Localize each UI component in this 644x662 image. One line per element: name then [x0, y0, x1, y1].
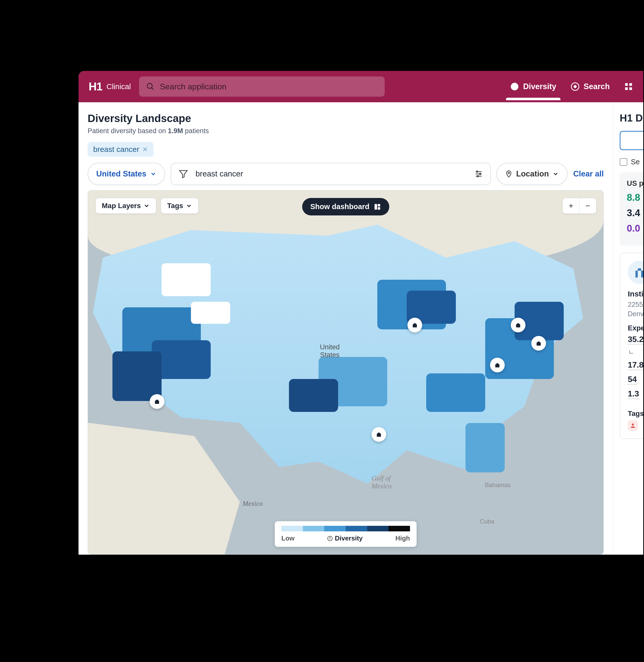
show-dashboard-button[interactable]: Show dashboard — [302, 198, 389, 215]
stat-value-3: 0.0 — [627, 223, 643, 234]
legend-gradient — [281, 526, 410, 531]
svg-point-22 — [632, 424, 634, 426]
institution-icon — [628, 261, 643, 284]
chevron-down-icon — [552, 171, 559, 177]
institution-addr-1: 2255 — [628, 301, 643, 309]
map-tags-button[interactable]: Tags — [161, 198, 199, 214]
legend-center: Diversity — [335, 535, 363, 542]
svg-rect-18 — [377, 207, 380, 210]
sliders-icon[interactable] — [474, 169, 483, 179]
branch-row — [628, 349, 643, 356]
clear-all-button[interactable]: Clear all — [573, 169, 604, 179]
person-icon — [630, 423, 636, 429]
stats-card-title: US p — [627, 179, 643, 188]
svg-point-13 — [479, 173, 481, 175]
stat-value-1: 8.8 — [627, 192, 643, 203]
stat-line-4: 1.3 — [628, 389, 639, 399]
chip-remove-icon[interactable]: ✕ — [142, 146, 148, 153]
svg-rect-7 — [625, 87, 628, 90]
svg-point-4 — [574, 85, 577, 88]
chevron-down-icon — [150, 171, 157, 177]
branch-icon — [628, 349, 635, 356]
experience-label: Expe — [628, 324, 643, 332]
nav-search-label: Search — [584, 82, 610, 91]
main-panel: Diversity Landscape Patient diversity ba… — [78, 102, 613, 555]
svg-point-0 — [147, 83, 152, 88]
tag-pill[interactable] — [628, 420, 638, 431]
label-usa: United States — [320, 343, 340, 359]
checkbox-icon[interactable] — [620, 158, 627, 166]
map[interactable]: United States Gulf of Mexico Mexico Baha… — [88, 190, 604, 555]
stat-line-3: 54 — [628, 375, 637, 384]
zoom-in-button[interactable]: + — [563, 198, 579, 213]
nav-diversity[interactable]: Diversity — [510, 82, 556, 91]
chip-label: breast cancer — [93, 145, 139, 153]
content: Diversity Landscape Patient diversity ba… — [78, 102, 643, 555]
svg-rect-5 — [625, 83, 628, 86]
svg-point-12 — [476, 171, 478, 172]
select-label: Se — [631, 158, 640, 166]
location-selector[interactable]: Location — [496, 163, 568, 185]
side-search-input[interactable] — [620, 131, 643, 150]
svg-rect-6 — [629, 83, 632, 86]
map-legend: Low Diversity High — [275, 521, 417, 547]
institution-addr-2: Denv — [628, 310, 643, 318]
globe-icon — [510, 82, 519, 91]
site-marker[interactable] — [371, 427, 386, 442]
controls-bar: United States breast cancer Location Cle… — [88, 163, 604, 185]
location-label: Location — [516, 169, 549, 179]
svg-line-1 — [152, 88, 153, 89]
zoom-out-button[interactable]: − — [579, 198, 596, 213]
svg-point-21 — [330, 537, 330, 538]
info-icon[interactable] — [327, 536, 333, 541]
filter-input[interactable]: breast cancer — [171, 163, 491, 185]
label-cuba: Cuba — [480, 518, 494, 525]
legend-high: High — [395, 535, 410, 542]
dashboard-icon — [373, 203, 381, 211]
select-all-row[interactable]: Se — [620, 158, 643, 166]
tags-label: Tags — [628, 409, 643, 418]
map-layers-button[interactable]: Map Layers — [95, 198, 156, 214]
side-title: H1 Div — [620, 112, 643, 124]
nav-search[interactable]: Search — [571, 82, 610, 91]
nav-diversity-label: Diversity — [523, 82, 556, 91]
grid-icon[interactable] — [624, 82, 633, 91]
country-label: United States — [96, 169, 146, 179]
filter-text: breast cancer — [196, 169, 243, 179]
nav: Diversity Search — [510, 82, 633, 91]
chevron-down-icon — [186, 203, 192, 209]
zoom-controls: + − — [562, 198, 596, 214]
logo-text: H1 — [89, 80, 102, 93]
label-bahamas: Bahamas — [485, 481, 510, 489]
right-panel: H1 Div Se US p 8.8 3.4 0.0 Instit 2255 D… — [613, 102, 643, 555]
app-search-input[interactable]: Search application — [139, 76, 385, 97]
map-overlay-controls: Map Layers Tags — [95, 198, 199, 214]
page-title: Diversity Landscape — [88, 112, 604, 124]
institution-heading: Instit — [628, 290, 643, 298]
stat-line-1: 35.2 — [628, 335, 643, 345]
topbar: H1 Clinical Search application Diversity… — [78, 71, 643, 102]
label-mexico: Mexico — [243, 500, 262, 507]
pin-icon — [505, 170, 512, 178]
svg-point-14 — [477, 175, 479, 177]
stat-line-2: 17.8 — [628, 360, 643, 370]
svg-rect-16 — [374, 204, 377, 210]
svg-point-15 — [508, 172, 509, 174]
institution-card[interactable]: Instit 2255 Denv Expe 35.2 17.8 54 1.3 T… — [620, 253, 643, 439]
active-filter-chips: breast cancer ✕ — [88, 142, 604, 157]
search-icon — [146, 82, 155, 91]
site-marker[interactable] — [511, 318, 526, 332]
logo[interactable]: H1 Clinical — [89, 80, 131, 93]
logo-sublabel: Clinical — [106, 82, 131, 91]
app-window: H1 Clinical Search application Diversity… — [78, 71, 643, 555]
country-selector[interactable]: United States — [88, 163, 165, 185]
svg-rect-8 — [629, 87, 632, 90]
page-subtitle: Patient diversity based on 1.9M patients — [88, 127, 604, 135]
label-gulf: Gulf of Mexico — [371, 474, 392, 490]
filter-chip-breast-cancer[interactable]: breast cancer ✕ — [88, 142, 154, 157]
funnel-icon — [178, 169, 188, 179]
legend-low: Low — [281, 535, 295, 542]
svg-rect-17 — [377, 204, 380, 206]
stats-card: US p 8.8 3.4 0.0 — [620, 172, 643, 245]
site-marker[interactable] — [531, 336, 546, 351]
